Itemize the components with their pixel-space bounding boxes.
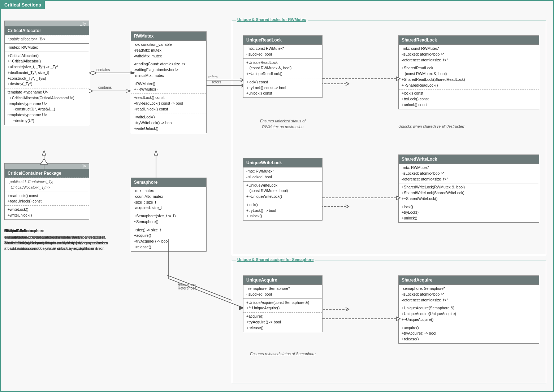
unique-acquire-header: UniqueAcquire [243,276,322,284]
svg-text:References: References [178,286,196,290]
critical-allocator-header: CriticalAllocator [5,26,89,35]
semaphore-s2: +Semaphore(size_t := 1) ~Semaphore() [131,212,206,226]
unique-acquire-s2: +UniqueAcquire(const Semaphore &) +*~Uni… [243,299,322,313]
rwmutex-header: RWMutex [131,32,206,40]
svg-text:refers: refers [212,80,221,84]
unique-write-lock-s3: +lock() +tryLock() -> bool +unlock() [243,201,322,220]
critical-allocator-inherits: : public allocator<_Ty> [5,35,89,43]
rwmutex-s5: +writeLock() +tryWriteLock() -> bool +wr… [131,113,206,132]
critical-allocator-s2: +CriticalAllocator() +~CriticalAllocator… [5,52,89,88]
svg-line-15 [167,275,232,300]
unique-read-lock-s2: +UniqueReadLock (const RWMutex &, bool) … [243,58,322,78]
svg-text:References: References [178,283,196,287]
critical-allocator-stereotype: _Ty [5,21,89,26]
shared-read-lock-s3: +lock() const +tryLock() const +unlock()… [399,89,539,109]
shared-read-lock-s1: -mtx: const RWMutex* -isLocked: atomic<b… [399,44,539,64]
critical-container-s1: +readLock() const +readUnlock() const [5,192,89,206]
shared-write-lock-s2: +SharedWriteLock(RWMutex &, bool) +Share… [399,183,539,202]
title-tab: Critical Sections [1,1,45,9]
shared-acquire-s3: +acquire() +tryAcquire() -> bool +releas… [399,324,539,343]
semaphore-locks-group: Unique & Shared acuiqre for Semaphore Un… [232,261,546,383]
shared-acquire-header: SharedAcquire [399,276,539,284]
rwmutex-s2: -readingCount: atomic<size_t> -writingFl… [131,60,206,79]
semaphore-s1: -mtx: mutex -countMtx: mutex -size_: siz… [131,187,206,212]
critical-allocator-s1: -mutex: RWMutex [5,43,89,52]
semaphore-header: Semaphore [131,178,206,187]
shared-read-lock-note: Unlocks when shareds're all destructed [398,124,539,130]
svg-marker-1 [42,151,46,155]
unique-acquire-class: UniqueAcquire -semaphore: Semaphore* -is… [243,275,323,332]
rwmutex-s1: -cv: condition_variable -readMtx: mutex … [131,40,206,60]
critical-container-class: _Ty CriticalContainer Package : public s… [4,163,89,220]
unique-write-lock-header: UniqueWriteLock [243,158,322,167]
svg-text:contains: contains [96,68,110,72]
shared-read-lock-class: SharedReadLock -mtx: const RWMutex* -isL… [398,35,539,109]
semaphore-class: Semaphore -mtx: mutex -countMtx: mutex -… [131,178,207,252]
shared-acquire-s1: -semaphore: Semaphore* -isLocked: atomic… [399,284,539,304]
unique-read-lock-s1: -mtx: const RWMutex* -isLocked: bool [243,44,322,58]
shared-read-lock-header: SharedReadLock [399,36,539,44]
critical-container-inherits: : public std::Container<_Ty, CriticalAll… [5,178,89,192]
note-shared-lock-title: SharedLock [4,228,108,234]
unique-write-lock-s1: -mtx: RWMutex* -isLocked: bool [243,167,322,181]
shared-write-lock-s3: +lock() +tryLock() +unlock() [399,203,539,222]
unique-read-lock-header: UniqueReadLock [243,36,322,44]
semaphore-locks-title: Unique & Shared acuiqre for Semaphore [236,257,315,262]
shared-write-lock-header: SharedWriteLock [399,155,539,164]
critical-container-header: CriticalContainer Package [5,169,89,178]
rwmutex-s4: +readLock() const +tryReadLock() const -… [131,93,206,113]
critical-container-stereotype: _Ty [5,164,89,169]
critical-allocator-s3: template <typename U> +CriticalAllocator… [5,88,89,125]
svg-marker-21 [154,151,158,155]
unique-read-lock-s3: +lock() const +tryLock() const -> bool +… [243,78,322,97]
svg-text:contains: contains [98,86,112,90]
shared-write-lock-s1: -mtx: RWMutex* -isLocked: atomic<bool>* … [399,164,539,183]
unique-read-lock-note: Ensures unlocked status ofRWMutex on des… [243,118,323,130]
rwmutex-class: RWMutex -cv: condition_variable -readMtx… [131,31,207,133]
note-shared-lock-body: Gurantess an unlocked status on destruct… [4,235,108,246]
svg-text:refers: refers [208,75,218,79]
unique-acquire-s3: +acquire() +tryAcquire() -> bool +releas… [243,312,322,332]
critical-container-s2: +writeLock() +writeUnlock() [5,205,89,219]
critical-allocator-class: _Ty CriticalAllocator : public allocator… [4,21,89,125]
rwmutex-s3: +RWMutex() +~RWMutex() [131,80,206,94]
unique-write-lock-s2: +UniqueWriteLock (const RWMutex, bool) +… [243,181,322,201]
unique-acquire-note: Ensures released status of Semaphore [243,351,323,357]
svg-marker-33 [89,71,96,75]
unique-write-lock-class: UniqueWriteLock -mtx: RWMutex* -isLocked… [243,158,323,221]
note-shared-lock: SharedLock Gurantess an unlocked status … [4,228,108,246]
shared-acquire-s2: +UniqueAcquire(Semaphore &) +UniqueAcqui… [399,304,539,323]
shared-write-lock-class: SharedWriteLock -mtx: RWMutex* -isLocked… [398,154,539,223]
shared-acquire-class: SharedAcquire -semaphore: Semaphore* -is… [398,275,539,344]
rwmutex-locks-group: Unique & Shared locks for RWMutex Unique… [232,21,546,255]
shared-read-lock-s2: +SharedReadLock (const RWMutex &, bool) … [399,64,539,89]
unique-acquire-s1: -semaphore: Semaphore* -isLocked: bool [243,284,322,299]
rwmutex-locks-title: Unique & Shared locks for RWMutex [236,17,308,22]
unique-read-lock-class: UniqueReadLock -mtx: const RWMutex* -isL… [243,35,323,98]
main-container: Critical Sections contains refers Refere… [0,0,554,392]
semaphore-s3: +size() -> size_t +acquire() +tryAcquire… [131,226,206,251]
